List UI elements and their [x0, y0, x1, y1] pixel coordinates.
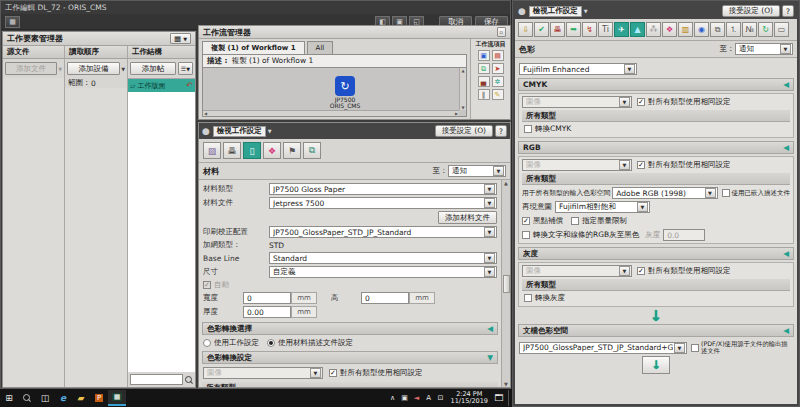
print-page-icon[interactable]: 🖶: [550, 22, 565, 37]
rgb-type-dropdown[interactable]: 圖像▼: [522, 159, 632, 171]
file-explorer-icon[interactable]: ▰: [72, 390, 90, 406]
width-input[interactable]: 0: [243, 292, 291, 304]
black-point-checkbox[interactable]: [522, 217, 530, 225]
color-preset-dropdown[interactable]: Fujifilm Enhanced▼: [519, 63, 637, 75]
embedded-profile-checkbox[interactable]: [722, 189, 730, 197]
curves-icon[interactable]: ↯: [582, 22, 597, 37]
taskbar-search-icon[interactable]: [18, 390, 36, 406]
accept-settings-button[interactable]: 接受設定 (O): [435, 125, 493, 137]
workflow-tab-active[interactable]: 複製 (1) of Workflow 1: [202, 41, 305, 54]
collapse-down-icon[interactable]: ▼: [487, 353, 493, 362]
flag-icon[interactable]: ⚑: [283, 142, 301, 159]
imposition-icon[interactable]: ✈: [614, 22, 629, 37]
inspector-title-badge[interactable]: 檢視工作設定: [213, 126, 266, 137]
cmyk-type-dropdown[interactable]: 圖像▼: [522, 96, 632, 108]
chevron-down-icon[interactable]: ▼: [121, 66, 125, 72]
chevron-down-icon[interactable]: ▼: [58, 66, 62, 72]
convert-gray-checkbox[interactable]: [524, 294, 532, 302]
color-node-icon[interactable]: ⁂: [646, 22, 661, 37]
gears-teal-icon[interactable]: ✲: [492, 76, 504, 87]
calibration-dropdown[interactable]: JP7500_GlossPaper_STD_JP_Standard▼: [269, 226, 497, 238]
ink-icon[interactable]: ◉: [694, 22, 709, 37]
structure-search-input[interactable]: [130, 374, 183, 385]
gray-type-dropdown[interactable]: 圖像▼: [522, 265, 632, 277]
canvas-vscrollbar[interactable]: ▲▼: [459, 68, 466, 110]
add-file-button[interactable]: 添加文件: [5, 62, 57, 75]
page-one-icon[interactable]: ⒈: [726, 22, 741, 37]
collapse-left-icon[interactable]: ◀: [783, 249, 789, 258]
auto-checkbox[interactable]: [203, 281, 211, 289]
task-view-icon[interactable]: ◫: [36, 390, 54, 406]
size-dropdown[interactable]: 自定義▼: [269, 266, 497, 278]
refresh-icon[interactable]: ↻: [758, 22, 773, 37]
network-icon[interactable]: ▣: [399, 390, 411, 406]
undo-icon[interactable]: ↶: [186, 81, 193, 90]
help-button[interactable]: ?: [495, 125, 507, 137]
intent-dropdown[interactable]: Fujifilm相對飽和▼: [555, 201, 650, 213]
volume-icon[interactable]: ◄: [411, 390, 423, 406]
ink-limit-checkbox[interactable]: [571, 217, 579, 225]
notification-center-icon[interactable]: 🗔: [492, 390, 506, 406]
window-titlebar[interactable]: 工作編輯 DL_72 - ORIS_CMS: [1, 1, 510, 14]
powerpoint-icon[interactable]: P: [90, 390, 108, 406]
add-device-button[interactable]: 添加設備: [67, 62, 120, 75]
search-icon[interactable]: [185, 376, 193, 384]
gray-to-black-checkbox[interactable]: [522, 231, 530, 239]
layout-toggle-button[interactable]: ▦: [5, 16, 20, 28]
chevron-down-icon[interactable]: ▼: [584, 8, 588, 14]
page-blue-icon[interactable]: ▣: [478, 50, 490, 61]
to-dropdown[interactable]: 通知▼: [735, 43, 793, 55]
oris-app-icon[interactable]: ▦: [108, 390, 126, 406]
show-desktop-button[interactable]: [508, 390, 512, 406]
collapse-left-icon[interactable]: ◀: [487, 324, 493, 333]
workflow-tab-all[interactable]: All: [307, 41, 334, 54]
material-file-dropdown[interactable]: Jetpress 7500▼: [269, 197, 497, 209]
console-icon[interactable]: ▭: [774, 22, 789, 37]
start-button[interactable]: ⊞: [0, 390, 18, 406]
collapse-left-icon[interactable]: ◀: [783, 80, 789, 89]
to-dropdown[interactable]: 通知▼: [448, 165, 506, 177]
material-type-dropdown[interactable]: JP7500 Gloss Paper▼: [269, 183, 497, 195]
taskbar-clock[interactable]: 2:24 PM 11/15/2019: [451, 391, 488, 405]
tray-chevron-icon[interactable]: ∧: [387, 390, 399, 406]
chevron-down-icon[interactable]: ▼: [268, 128, 272, 134]
pencil-icon[interactable]: ✎: [492, 89, 504, 100]
pages-icon[interactable]: ▥: [678, 22, 693, 37]
pdfx-checkbox[interactable]: [691, 344, 699, 352]
add-signature-button[interactable]: 添加帖: [130, 62, 176, 75]
page-icon[interactable]: ▯: [243, 142, 261, 159]
cmyk-same-for-all-checkbox[interactable]: [637, 98, 645, 106]
rgb-same-for-all-checkbox[interactable]: [637, 161, 645, 169]
height-input[interactable]: 0: [361, 292, 409, 304]
apply-down-button[interactable]: ↓: [642, 356, 670, 374]
inspector-title-badge[interactable]: 檢視工作設定: [529, 6, 582, 17]
same-for-all-checkbox[interactable]: [329, 369, 337, 377]
help-button[interactable]: ?: [782, 5, 794, 17]
gray-same-for-all-checkbox[interactable]: [637, 267, 645, 275]
page-red-icon[interactable]: ▤: [492, 50, 504, 61]
thickness-input[interactable]: 0.00: [243, 306, 291, 318]
structure-selected-row[interactable]: ▱ 工作版面 ↶: [128, 79, 195, 92]
arrow-red-icon[interactable]: ➤: [492, 63, 504, 74]
collapse-left-icon[interactable]: ◀: [783, 326, 789, 335]
use-job-settings-radio[interactable]: [203, 339, 211, 347]
approve-icon[interactable]: ▨: [203, 142, 221, 159]
input-space-dropdown[interactable]: Adobe RGB (1998)▼: [612, 187, 717, 199]
use-material-profile-radio[interactable]: [267, 339, 275, 347]
fonts-icon[interactable]: Ti: [598, 22, 613, 37]
collapse-left-icon[interactable]: ◀: [783, 143, 789, 152]
collate-icon[interactable]: ⧉: [303, 142, 321, 159]
baseline-dropdown[interactable]: Standard▼: [269, 252, 497, 264]
workflow-node-icon[interactable]: ↻: [335, 76, 355, 96]
structure-view-button[interactable]: ☰▼: [178, 62, 193, 75]
job-elements-view-button[interactable]: ▦▼: [170, 33, 191, 44]
workflow-canvas[interactable]: ↻ JP7500 ORIS_CMS ▲▼ ◀▶: [202, 67, 467, 117]
ime-lang-icon[interactable]: A: [423, 390, 435, 406]
convert-cmyk-checkbox[interactable]: [524, 125, 532, 133]
workflow-collapse-button[interactable]: ▫: [497, 27, 506, 37]
accept-settings-button[interactable]: 接受設定 (O): [722, 5, 780, 17]
material-form-scrollbar[interactable]: ▲▼: [501, 180, 510, 387]
cmyk-icon[interactable]: ❖: [662, 22, 677, 37]
preflight-icon[interactable]: ✔: [534, 22, 549, 37]
export-page-icon[interactable]: ➥: [566, 22, 581, 37]
